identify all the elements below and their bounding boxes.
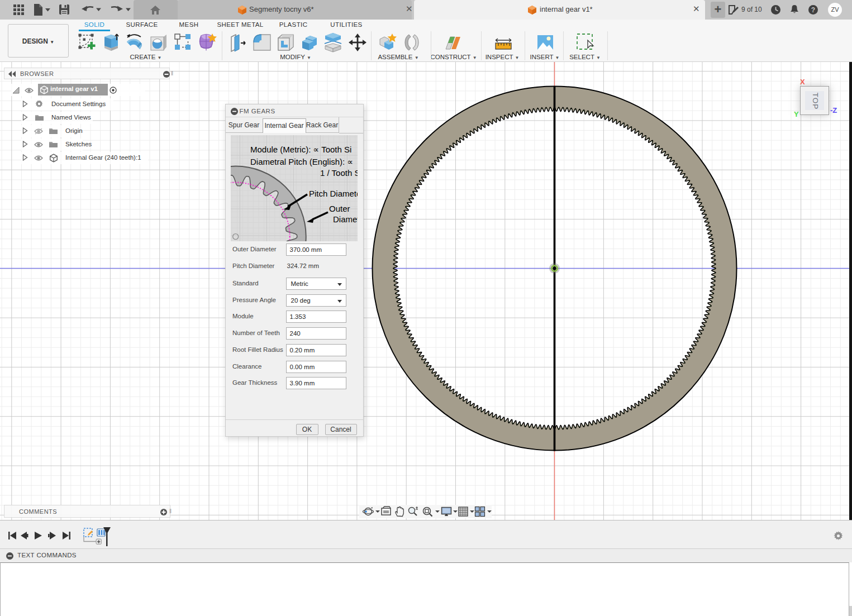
svg-text:Outer: Outer: [329, 204, 350, 213]
svg-text:Diametral Pitch (English): ∝: Diametral Pitch (English): ∝: [250, 157, 353, 166]
svg-text:Module (Metric): ∝ Tooth Si: Module (Metric): ∝ Tooth Si: [250, 145, 351, 154]
svg-text:Pitch Diameter: Pitch Diameter: [309, 189, 358, 198]
svg-text:1 / Tooth Size: 1 / Tooth Size: [320, 168, 358, 178]
svg-text:?: ?: [811, 6, 815, 14]
svg-text:Diameter: Diameter: [333, 214, 358, 224]
